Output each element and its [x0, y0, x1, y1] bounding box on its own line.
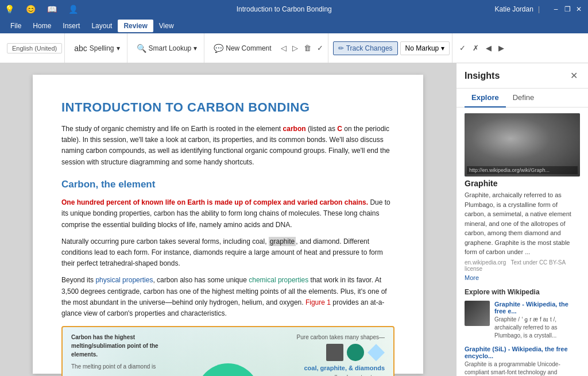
wiki-desc-1: Graphite / ˈ ɡ r æ f aɪ t /, archaically…	[494, 316, 580, 340]
restore-button[interactable]: ❐	[563, 5, 572, 14]
wiki-info-1: Graphite - Wikipedia, the free e... Grap…	[494, 301, 580, 340]
wiki-title-2[interactable]: Graphite (SiL) - Wikipedia, the free enc…	[465, 346, 580, 359]
menu-file[interactable]: File	[5, 20, 27, 32]
title-bar: 💡 😊 📖 👤 Introduction to Carbon Bonding K…	[0, 0, 588, 18]
comments-group: 💬 New Comment ◁ ▷ 🗑 ✓	[207, 33, 328, 63]
markup-dropdown[interactable]: No Markup ▾	[400, 41, 450, 55]
graphite-icon	[347, 344, 364, 361]
carbon-keyword: carbon	[283, 125, 306, 133]
search-icon: 🔍	[137, 44, 146, 53]
para1-bold: One hundred percent of known life on Ear…	[61, 198, 368, 206]
menu-layout[interactable]: Layout	[86, 20, 118, 32]
language-group: English (United)	[5, 33, 65, 63]
infographic: Carbon has the highest melting/sublimati…	[61, 326, 394, 376]
smart-lookup-group: 🔍 Smart Lookup ▾	[130, 33, 205, 63]
spelling-dropdown-icon: ▾	[117, 44, 120, 52]
figure-reference: Figure 1	[305, 298, 331, 306]
document-title: Introduction to Carbon Bonding	[74, 5, 494, 13]
spelling-button[interactable]: abc Spelling ▾	[69, 41, 124, 55]
minimize-button[interactable]: –	[551, 5, 560, 14]
wiki-desc-2: Graphite is a programmable Unicode-compl…	[465, 360, 580, 377]
explore-section-title: Explore with Wikipedia	[465, 288, 580, 296]
wiki-thumb-1	[465, 301, 490, 326]
wiki-result-1: Graphite - Wikipedia, the free e... Grap…	[465, 301, 580, 340]
insights-header: Insights ✕	[457, 63, 588, 89]
graphite-highlight: graphite	[269, 237, 296, 246]
infographic-right: Pure carbon takes many shapes— coal, gra…	[293, 333, 385, 376]
close-insights-button[interactable]: ✕	[568, 69, 580, 82]
track-changes-group: ✏ Track Changes No Markup ▾	[331, 33, 453, 63]
tab-define[interactable]: Define	[506, 89, 541, 108]
infographic-left: Carbon has the highest melting/sublimati…	[71, 333, 163, 376]
menu-view[interactable]: View	[153, 20, 180, 32]
spelling-icon: abc	[74, 44, 87, 53]
diamond-icon	[368, 344, 385, 361]
physical-properties: physical properties	[95, 276, 153, 284]
new-comment-button[interactable]: 💬 New Comment	[209, 41, 276, 55]
track-changes-button[interactable]: ✏ Track Changes	[333, 41, 398, 55]
temp1: ~3550 °C	[71, 373, 163, 376]
wiki-result-2: Graphite (SiL) - Wikipedia, the free enc…	[465, 346, 580, 377]
accept-reject-group: ✓ ✗ ◀ ▶	[455, 33, 509, 63]
result-text: Graphite, archaically referred to as Plu…	[465, 190, 580, 257]
right-note: are all carbon structures.	[293, 373, 385, 376]
comment-resolve-button[interactable]: ✓	[315, 43, 326, 53]
language-button[interactable]: English (United)	[7, 43, 62, 53]
window-controls: – ❐ ✕	[551, 5, 583, 14]
separator: |	[538, 5, 540, 13]
carbon-symbol: C	[337, 125, 342, 133]
infographic-right-header: Pure carbon takes many shapes—	[293, 333, 385, 342]
track-changes-icon: ✏	[338, 44, 344, 52]
menu-insert[interactable]: Insert	[57, 20, 86, 32]
document-heading: INTRODUCTION TO CARBON BONDING	[61, 98, 394, 117]
insights-tabs: Explore Define	[457, 89, 588, 108]
source-url: en.wikipedia.org	[465, 259, 506, 266]
reject-change-button[interactable]: ✗	[470, 43, 481, 53]
coal-icon	[326, 344, 343, 361]
document-area[interactable]: INTRODUCTION TO CARBON BONDING The study…	[0, 63, 456, 376]
title-bar-spacer: 💡 😊 📖 👤	[5, 5, 74, 14]
right-sub: coal, graphite, & diamonds	[293, 363, 385, 373]
ribbon: English (United) abc Spelling ▾ 🔍 Smart …	[0, 33, 588, 63]
book-icon: 📖	[47, 5, 57, 14]
accept-change-button[interactable]: ✓	[457, 43, 468, 53]
insights-title: Insights	[465, 71, 500, 81]
result-source: en.wikipedia.org Text under CC BY-SA lic…	[465, 259, 580, 272]
insights-panel: Insights ✕ Explore Define http://en.wiki…	[456, 63, 588, 376]
doc-intro-paragraph: The study of organic chemistry and life …	[61, 124, 394, 168]
document-page: INTRODUCTION TO CARBON BONDING The study…	[33, 75, 423, 374]
wiki-info-2: Graphite (SiL) - Wikipedia, the free enc…	[465, 346, 580, 377]
para2: Naturally occurring pure carbon takes se…	[61, 236, 394, 270]
close-button[interactable]: ✕	[574, 5, 583, 14]
comment-delete-button[interactable]: 🗑	[301, 43, 314, 53]
next-change-button[interactable]: ▶	[496, 43, 506, 53]
chemical-properties: chemical properties	[249, 276, 308, 284]
menu-home[interactable]: Home	[27, 20, 57, 32]
para1: One hundred percent of known life on Ear…	[61, 197, 394, 231]
prev-change-button[interactable]: ◀	[483, 43, 494, 53]
comment-icon: 💬	[214, 44, 223, 53]
image-credit: http://en.wikipedia.org/wiki/Graph...	[467, 166, 578, 174]
title-bar-right: Katie Jordan | – ❐ ✕	[494, 5, 583, 14]
wiki-title-1[interactable]: Graphite - Wikipedia, the free e...	[494, 301, 580, 314]
result-title: Graphite	[465, 179, 580, 188]
menu-review[interactable]: Review	[118, 20, 153, 32]
emoji-icon: 😊	[26, 5, 36, 14]
tab-explore[interactable]: Explore	[465, 89, 506, 108]
para3: Beyond its physical properties, carbon a…	[61, 275, 394, 319]
bulb-icon: 💡	[5, 5, 14, 14]
infographic-left-header: Carbon has the highest melting/sublimati…	[71, 333, 163, 359]
comment-prev-button[interactable]: ◁	[278, 43, 289, 53]
user-name: Katie Jordan	[494, 5, 533, 13]
smart-lookup-dropdown-icon: ▾	[194, 44, 197, 52]
infographic-left-sub: The melting point of a diamond is	[71, 362, 163, 371]
menu-bar: File Home Insert Layout Review View	[0, 18, 588, 33]
comment-next-button[interactable]: ▷	[290, 43, 300, 53]
main-area: INTRODUCTION TO CARBON BONDING The study…	[0, 63, 588, 376]
comment-actions: ◁ ▷ 🗑 ✓	[278, 43, 326, 53]
spelling-group: abc Spelling ▾	[67, 33, 127, 63]
insights-content[interactable]: http://en.wikipedia.org/wiki/Graph... Gr…	[457, 108, 588, 376]
smart-lookup-button[interactable]: 🔍 Smart Lookup ▾	[132, 41, 202, 55]
more-button[interactable]: More	[465, 274, 580, 281]
section1-title: Carbon, the element	[61, 177, 394, 192]
